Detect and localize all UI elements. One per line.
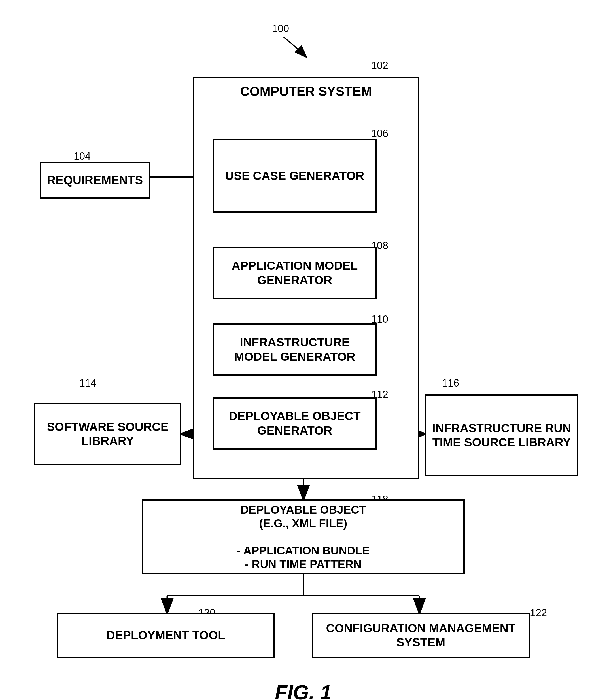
requirements-box: REQUIREMENTS: [40, 162, 150, 199]
ref-100-label: 100: [272, 23, 289, 35]
ref-102-label: 102: [371, 60, 388, 72]
software-source-library-label: SOFTWARE SOURCE LIBRARY: [36, 417, 180, 451]
deployment-tool-box: DEPLOYMENT TOOL: [57, 613, 275, 658]
computer-system-label: COMPUTER SYSTEM: [212, 84, 400, 99]
infrastructure-model-generator-box: INFRASTRUCTURE MODEL GENERATOR: [212, 323, 377, 376]
use-case-generator-box: USE CASE GENERATOR: [212, 139, 377, 213]
deployable-object-box: DEPLOYABLE OBJECT (E.G., XML FILE) - APP…: [142, 499, 465, 574]
config-management-box: CONFIGURATION MANAGEMENT SYSTEM: [312, 613, 530, 658]
diagram: 100 102 COMPUTER SYSTEM 104 REQUIREMENTS…: [0, 0, 607, 700]
fig-caption: FIG. 1: [241, 681, 365, 700]
application-model-generator-box: APPLICATION MODEL GENERATOR: [212, 247, 377, 299]
deployable-object-generator-box: DEPLOYABLE OBJECT GENERATOR: [212, 397, 377, 449]
use-case-generator-label: USE CASE GENERATOR: [223, 166, 367, 186]
infrastructure-runtime-label: INFRASTRUCTURE RUN TIME SOURCE LIBRARY: [426, 418, 577, 453]
infrastructure-runtime-box: INFRASTRUCTURE RUN TIME SOURCE LIBRARY: [425, 394, 578, 477]
ref-106-label: 106: [371, 128, 388, 140]
config-management-label: CONFIGURATION MANAGEMENT SYSTEM: [313, 618, 528, 653]
ref-116-label: 116: [442, 377, 459, 389]
infrastructure-model-generator-label: INFRASTRUCTURE MODEL GENERATOR: [214, 333, 375, 367]
software-source-library-box: SOFTWARE SOURCE LIBRARY: [34, 403, 181, 465]
application-model-generator-label: APPLICATION MODEL GENERATOR: [214, 256, 375, 290]
deployable-object-label: DEPLOYABLE OBJECT (E.G., XML FILE) - APP…: [234, 500, 373, 574]
ref-114-label: 114: [79, 377, 96, 389]
ref-122-label: 122: [530, 607, 547, 619]
deployable-object-generator-label: DEPLOYABLE OBJECT GENERATOR: [214, 406, 375, 440]
requirements-label: REQUIREMENTS: [44, 170, 146, 190]
deployment-tool-label: DEPLOYMENT TOOL: [103, 625, 228, 645]
ref-104-label: 104: [74, 150, 91, 162]
